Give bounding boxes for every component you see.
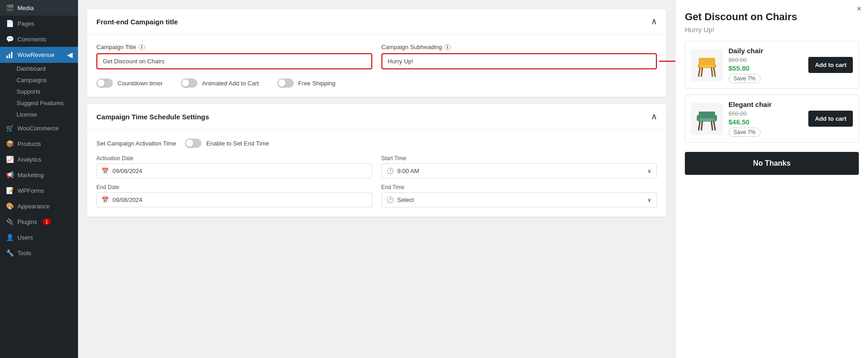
end-time-select[interactable]: 🕐 Select ∨ (381, 192, 657, 207)
activation-date-group: Activation Date 📅 09/08/2024 (96, 155, 372, 179)
sidebar-item-woocommerce[interactable]: 🛒 WooCommerce (0, 120, 78, 136)
product-card-1: Daily chair $60.00 $55.80 Save 7% Add to… (685, 41, 859, 89)
schedule-heading: Campaign Time Schedule Settings (96, 113, 209, 121)
sidebar-item-products[interactable]: 📦 Products (0, 136, 78, 151)
sidebar-item-users[interactable]: 👤 Users (0, 229, 78, 245)
sidebar-item-pages[interactable]: 📄 Pages (0, 16, 78, 31)
svg-rect-7 (699, 65, 715, 67)
product-thumb-2 (691, 103, 723, 135)
schedule-body: Set Campaign Activation Time Enable to S… (87, 129, 666, 217)
main-content: Front-end Campaign title ∧ Campaign Titl… (78, 0, 868, 358)
end-date-group: End Date 📅 09/08/2024 (96, 184, 372, 207)
campaign-subheading-input[interactable] (381, 53, 657, 69)
end-time-label: End Time (381, 184, 657, 190)
sidebar-item-marketing[interactable]: 📢 Marketing (0, 167, 78, 183)
campaign-title-group: Campaign Title ℹ (96, 44, 372, 69)
countdown-toggle-item: Countdown timer (96, 78, 162, 88)
sidebar-item-campaigns[interactable]: Campaigns (13, 74, 78, 86)
campaign-title-info[interactable]: ℹ (139, 44, 145, 50)
date-time-grid: Activation Date 📅 09/08/2024 Start Time … (96, 155, 657, 207)
tools-icon: 🔧 (6, 249, 14, 257)
preview-panel: × Get Discount on Chairs Hurry Up! (675, 0, 868, 358)
svg-line-17 (701, 122, 702, 130)
countdown-toggle[interactable] (96, 78, 113, 88)
svg-rect-2 (11, 52, 12, 58)
end-date-input[interactable]: 📅 09/08/2024 (96, 192, 372, 207)
preview-close-button[interactable]: × (857, 5, 862, 13)
analytics-icon: 📈 (6, 155, 14, 163)
product-card-2: Elegant chair $50.00 $46.50 Save 7% Add … (685, 95, 859, 143)
schedule-collapse[interactable]: ∧ (651, 112, 657, 122)
plugins-icon: 🔌 (6, 218, 14, 226)
appearance-icon: 🎨 (6, 202, 14, 210)
campaign-title-input[interactable] (96, 53, 372, 69)
sidebar-item-wowrevenue[interactable]: WowRevenue ◀ (0, 47, 78, 63)
sidebar-item-tools[interactable]: 🔧 Tools (0, 245, 78, 261)
shipping-toggle[interactable] (277, 78, 294, 88)
campaign-title-label: Campaign Title ℹ (96, 44, 372, 50)
svg-line-11 (711, 68, 712, 76)
media-icon: 🎬 (6, 4, 14, 12)
toggles-row: Countdown timer Animated Add to Cart Fre… (96, 78, 657, 88)
product-badge-1: Save 7% (728, 74, 761, 83)
end-time-group: End Time 🕐 Select ∨ (381, 184, 657, 207)
sidebar-item-media[interactable]: 🎬 Media (0, 0, 78, 16)
preview-subtitle: Hurry Up! (685, 26, 859, 34)
activation-date-label: Activation Date (96, 155, 372, 162)
enable-end-time-label: Enable to Set End Time (206, 140, 269, 147)
animated-toggle[interactable] (181, 78, 197, 88)
sidebar-item-suggest[interactable]: Suggest Features (13, 97, 78, 109)
schedule-header: Campaign Time Schedule Settings ∧ (87, 104, 666, 129)
pages-icon: 📄 (6, 19, 14, 28)
calendar-icon: 📅 (101, 168, 109, 174)
campaign-title-collapse[interactable]: ∧ (651, 17, 657, 27)
comments-icon: 💬 (6, 35, 14, 43)
product-price-new-2: $46.50 (728, 118, 803, 126)
calendar2-icon: 📅 (101, 196, 109, 203)
svg-rect-0 (6, 56, 8, 58)
animated-toggle-item: Animated Add to Cart (181, 78, 259, 88)
sidebar-item-dashboard[interactable]: Dashboard (13, 63, 78, 74)
sidebar-item-supports[interactable]: Supports (13, 86, 78, 97)
product-info-1: Daily chair $60.00 $55.80 Save 7% (728, 47, 803, 83)
product-thumb-1 (691, 49, 723, 81)
sidebar-item-analytics[interactable]: 📈 Analytics (0, 151, 78, 167)
schedule-card: Campaign Time Schedule Settings ∧ Set Ca… (87, 104, 666, 217)
sidebar-item-comments[interactable]: 💬 Comments (0, 31, 78, 47)
add-to-cart-button-1[interactable]: Add to cart (808, 57, 853, 73)
product-info-2: Elegant chair $50.00 $46.50 Save 7% (728, 101, 803, 137)
end-date-label: End Date (96, 184, 372, 190)
products-icon: 📦 (6, 140, 14, 148)
form-panel: Front-end Campaign title ∧ Campaign Titl… (78, 0, 675, 358)
wpforms-icon: 📝 (6, 186, 14, 195)
campaign-title-body: Campaign Title ℹ Campaign Subheading ℹ (87, 34, 666, 97)
sidebar-item-plugins[interactable]: 🔌 Plugins 1 (0, 214, 78, 229)
product-name-1: Daily chair (728, 47, 803, 55)
enable-end-time-group: Enable to Set End Time (185, 139, 269, 148)
activation-date-input[interactable]: 📅 09/08/2024 (96, 163, 372, 179)
sidebar-item-license[interactable]: License (13, 109, 78, 120)
start-time-select[interactable]: 🕐 9:00 AM ∨ (381, 163, 657, 179)
campaign-subheading-info[interactable]: ℹ (444, 44, 451, 50)
marketing-icon: 📢 (6, 171, 14, 179)
add-to-cart-button-2[interactable]: Add to cart (808, 111, 853, 127)
svg-line-8 (699, 68, 700, 76)
woocommerce-icon: 🛒 (6, 124, 14, 132)
start-time-label: Start Time (381, 155, 657, 162)
enable-end-time-toggle[interactable] (185, 139, 202, 148)
svg-rect-12 (699, 112, 715, 119)
product-name-2: Elegant chair (728, 101, 803, 108)
activation-date-value: 09/08/2024 (112, 168, 142, 174)
campaign-title-heading: Front-end Campaign title (96, 18, 178, 26)
sidebar-item-appearance[interactable]: 🎨 Appearance (0, 198, 78, 214)
no-thanks-button[interactable]: No Thanks (685, 152, 859, 175)
svg-line-16 (714, 122, 715, 130)
chair-green-img (693, 105, 721, 133)
sidebar-item-wpforms[interactable]: 📝 WPForms (0, 183, 78, 198)
start-time-chevron: ∨ (647, 168, 652, 174)
svg-line-15 (699, 122, 700, 130)
product-price-old-1: $60.00 (728, 56, 803, 63)
campaign-subheading-label: Campaign Subheading ℹ (381, 44, 657, 50)
preview-title: Get Discount on Chairs (685, 11, 859, 23)
shipping-toggle-item: Free Shipping (277, 78, 336, 88)
